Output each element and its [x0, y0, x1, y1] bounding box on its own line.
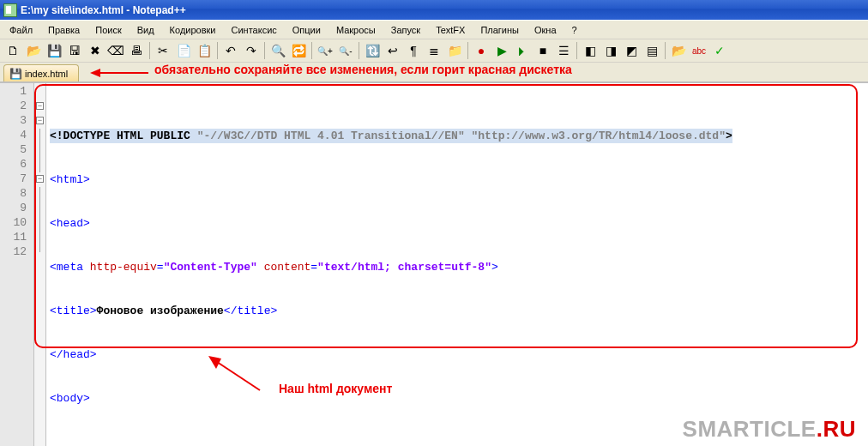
menu-macros[interactable]: Макросы: [330, 23, 382, 37]
menu-run[interactable]: Запуск: [385, 23, 426, 37]
toolbar: 🗋 📂 💾 🖫 ✖ ⌫ 🖶 ✂ 📄 📋 ↶ ↷ 🔍 🔁 🔍+ 🔍- 🔃 ↩ ¶ …: [0, 39, 868, 63]
zoomout-icon[interactable]: 🔍-: [336, 41, 355, 60]
new-icon[interactable]: 🗋: [3, 41, 22, 60]
line-number: 6: [0, 158, 33, 172]
window-title: E:\my site\index.html - Notepad++: [21, 4, 186, 16]
check-icon[interactable]: ✓: [710, 41, 729, 60]
app-icon: [3, 3, 17, 17]
fold-toggle-icon[interactable]: −: [36, 102, 44, 110]
abc-icon[interactable]: abc: [690, 41, 708, 60]
replace-icon[interactable]: 🔁: [289, 41, 308, 60]
sync-icon[interactable]: 🔃: [363, 41, 382, 60]
guide-icon[interactable]: ≣: [425, 41, 443, 60]
panel3-icon[interactable]: ◩: [622, 41, 641, 60]
menu-options[interactable]: Опции: [286, 23, 327, 37]
closeall-icon[interactable]: ⌫: [106, 41, 125, 60]
separator: [311, 42, 312, 59]
line-number: 7: [0, 172, 33, 187]
code-text: </title>: [224, 304, 277, 317]
line-gutter: 1 2 3 4 5 6 7 8 9 10 11 12: [0, 83, 34, 446]
cut-icon[interactable]: ✂: [154, 41, 172, 60]
line-number: 3: [0, 114, 33, 129]
fold-toggle-icon[interactable]: −: [36, 117, 44, 124]
code-text: </head>: [50, 348, 97, 361]
line-number: 5: [0, 143, 33, 158]
code-text: "text/html; charset=utf-8": [317, 261, 491, 274]
panel2-icon[interactable]: ◨: [601, 41, 620, 60]
menu-file[interactable]: Файл: [3, 23, 39, 37]
code-text: >: [491, 261, 498, 274]
menu-search[interactable]: Поиск: [89, 23, 127, 37]
redo-icon[interactable]: ↷: [242, 41, 261, 60]
fold-column: − − −: [34, 83, 46, 446]
code-text: <!DOCTYPE HTML PUBLIC: [50, 130, 197, 142]
line-number: 2: [0, 99, 33, 114]
menu-edit[interactable]: Правка: [42, 23, 86, 37]
watermark: SMARTICLE.RU: [683, 416, 856, 443]
code-text: <meta: [50, 261, 83, 274]
print-icon[interactable]: 🖶: [127, 41, 146, 60]
code-text: content: [257, 261, 310, 274]
separator: [217, 42, 218, 59]
line-number: 10: [0, 216, 33, 231]
saveall-icon[interactable]: 🖫: [65, 41, 84, 60]
separator: [665, 42, 666, 59]
close-icon[interactable]: ✖: [86, 41, 105, 60]
separator: [467, 42, 468, 59]
open2-icon[interactable]: 📂: [669, 41, 688, 60]
menu-windows[interactable]: Окна: [528, 23, 563, 37]
undo-icon[interactable]: ↶: [221, 41, 240, 60]
code-text: <head>: [50, 217, 90, 230]
titlebar: E:\my site\index.html - Notepad++: [0, 0, 868, 20]
editor[interactable]: 1 2 3 4 5 6 7 8 9 10 11 12 − − − <!DOCTY…: [0, 82, 868, 446]
separator: [359, 42, 359, 59]
menubar: Файл Правка Поиск Вид Кодировки Синтакси…: [0, 20, 868, 39]
copy-icon[interactable]: 📄: [174, 41, 193, 60]
watermark-text: .RU: [817, 416, 856, 442]
line-number: 11: [0, 231, 33, 245]
tabbar: 💾 index.html: [0, 63, 868, 82]
code-area[interactable]: <!DOCTYPE HTML PUBLIC "-//W3C//DTD HTML …: [46, 83, 868, 446]
code-text: "Content-Type": [164, 261, 257, 274]
list-icon[interactable]: ☰: [554, 41, 573, 60]
code-text: Фоновое изображение: [97, 304, 224, 317]
paste-icon[interactable]: 📋: [195, 41, 214, 60]
tab-index-html[interactable]: 💾 index.html: [3, 64, 79, 81]
play-icon[interactable]: ▶: [492, 41, 511, 60]
menu-textfx[interactable]: TextFX: [430, 23, 471, 37]
hidden-icon[interactable]: ¶: [404, 41, 423, 60]
code-text: <body>: [50, 392, 90, 405]
fold-toggle-icon[interactable]: −: [36, 175, 44, 183]
separator: [149, 42, 150, 59]
code-text: =: [310, 261, 317, 274]
find-icon[interactable]: 🔍: [268, 41, 287, 60]
menu-encodings[interactable]: Кодировки: [164, 23, 222, 37]
menu-plugins[interactable]: Плагины: [474, 23, 525, 37]
wrap-icon[interactable]: ↩: [383, 41, 402, 60]
separator: [576, 42, 577, 59]
unsaved-icon: 💾: [9, 68, 21, 80]
menu-syntax[interactable]: Синтаксис: [226, 23, 283, 37]
code-text: [465, 130, 472, 142]
folder-icon[interactable]: 📁: [445, 41, 464, 60]
line-number: 1: [0, 85, 33, 99]
menu-help[interactable]: ?: [566, 23, 583, 37]
tab-label: index.html: [25, 69, 68, 79]
stop-icon[interactable]: ■: [533, 41, 552, 60]
line-number: 9: [0, 202, 33, 216]
code-text: =: [157, 261, 164, 274]
record-icon[interactable]: ●: [472, 41, 491, 60]
panel1-icon[interactable]: ◧: [581, 41, 600, 60]
play2-icon[interactable]: ⏵: [513, 41, 532, 60]
line-number: 12: [0, 245, 33, 260]
code-text: http-equiv: [83, 261, 157, 274]
zoomin-icon[interactable]: 🔍+: [316, 41, 335, 60]
save-icon[interactable]: 💾: [45, 41, 63, 60]
watermark-text: SMARTICLE: [683, 416, 817, 442]
panel4-icon[interactable]: ▤: [642, 41, 661, 60]
menu-view[interactable]: Вид: [131, 23, 160, 37]
code-text: <html>: [50, 173, 90, 186]
separator: [264, 42, 265, 59]
open-icon[interactable]: 📂: [24, 41, 43, 60]
code-text: "-//W3C//DTD HTML 4.01 Transitional//EN": [197, 130, 465, 142]
